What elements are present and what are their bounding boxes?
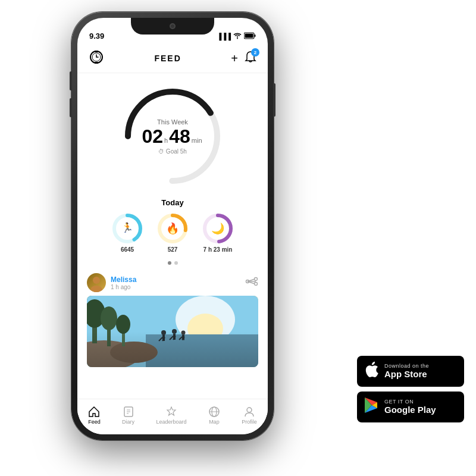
svg-rect-6: [95, 51, 98, 52]
svg-text:🔥: 🔥: [166, 222, 180, 235]
today-metrics: 🏃 6645 🔥 527: [87, 213, 258, 253]
svg-point-23: [255, 283, 258, 286]
user-info: Melissa 1 h ago: [111, 275, 136, 290]
dot-1: [168, 261, 171, 265]
notification-bell[interactable]: 2: [244, 51, 257, 66]
svg-point-0: [237, 38, 238, 39]
add-button[interactable]: +: [231, 52, 238, 65]
sleep-metric[interactable]: 🌙 7 h 23 min: [202, 213, 233, 253]
wifi-icon: [233, 32, 242, 40]
dot-2: [174, 261, 178, 265]
nav-map[interactable]: Map: [208, 406, 220, 425]
weekly-ring: This Week 02 h 48 min ⏱ Goal 5h: [119, 83, 226, 190]
ring-center: This Week 02 h 48 min ⏱ Goal 5h: [142, 118, 203, 155]
page-dots: [77, 261, 268, 265]
phone-screen: 9.39 ▐▐▐: [77, 18, 268, 434]
minutes-unit: min: [192, 137, 202, 144]
svg-rect-7: [95, 62, 98, 64]
notch: [131, 18, 214, 35]
calories-value: 527: [168, 246, 178, 253]
store-buttons: Download on the App Store GET IT ON Goog…: [357, 356, 464, 422]
app-store-sub: Download on the: [384, 363, 429, 369]
notification-badge: 2: [251, 48, 259, 57]
camera: [170, 23, 176, 29]
apple-icon: [364, 361, 378, 381]
post-user: Melissa 1 h ago: [87, 273, 136, 292]
weekly-goal: ⏱ Goal 5h: [142, 148, 203, 155]
svg-rect-3: [245, 34, 253, 38]
svg-rect-2: [255, 35, 256, 37]
app-store-name: App Store: [384, 369, 429, 380]
post-header: Melissa 1 h ago: [87, 273, 258, 292]
weekly-minutes: 48: [169, 127, 190, 146]
app-store-text: Download on the App Store: [384, 363, 429, 380]
post-time: 1 h ago: [111, 284, 136, 290]
watch-icon[interactable]: [88, 49, 105, 68]
feed-section: Melissa 1 h ago: [77, 268, 268, 369]
google-play-text: GET IT ON Google Play: [384, 399, 436, 415]
nav-leaderboard[interactable]: Leaderboard: [156, 406, 186, 425]
svg-text:🌙: 🌙: [211, 222, 225, 235]
weekly-section: This Week 02 h 48 min ⏱ Goal 5h: [77, 73, 268, 195]
status-icons: ▐▐▐: [217, 32, 256, 40]
signal-icon: ▐▐▐: [217, 33, 231, 40]
status-time: 9.39: [89, 32, 104, 40]
weekly-label: This Week: [142, 118, 203, 126]
feed-title: FEED: [154, 54, 181, 63]
nav-profile-label: Profile: [242, 419, 257, 425]
post-image[interactable]: [87, 296, 258, 367]
header-actions: + 2: [231, 51, 257, 66]
hours-unit: h: [164, 137, 168, 144]
post-image-overlay: [87, 331, 258, 367]
nav-map-label: Map: [209, 419, 220, 425]
battery-icon: [244, 32, 256, 40]
nav-feed[interactable]: Feed: [88, 406, 101, 425]
weekly-hours: 02: [142, 127, 163, 146]
nav-feed-label: Feed: [88, 419, 101, 425]
svg-text:🏃: 🏃: [121, 222, 133, 233]
nav-profile[interactable]: Profile: [242, 406, 257, 425]
nav-leaderboard-label: Leaderboard: [156, 419, 186, 425]
app-store-button[interactable]: Download on the App Store: [357, 356, 464, 387]
weekly-time: 02 h 48 min: [142, 127, 203, 146]
sleep-value: 7 h 23 min: [203, 246, 233, 253]
share-icon[interactable]: [245, 275, 258, 290]
phone-frame: 9.39 ▐▐▐: [71, 12, 274, 440]
google-play-sub: GET IT ON: [384, 399, 436, 405]
svg-point-22: [255, 278, 258, 281]
svg-point-20: [90, 286, 102, 292]
app-content: FEED + 2: [77, 44, 268, 434]
svg-point-33: [101, 306, 117, 330]
bottom-nav: Feed Diary Leaderboard: [77, 399, 268, 434]
google-play-icon: [364, 397, 378, 417]
google-play-button[interactable]: GET IT ON Google Play: [357, 392, 464, 422]
steps-value: 6645: [121, 246, 134, 253]
calories-metric[interactable]: 🔥 527: [157, 213, 188, 253]
user-avatar[interactable]: [87, 273, 106, 292]
steps-metric[interactable]: 🏃 6645: [112, 213, 143, 253]
svg-point-49: [247, 408, 252, 412]
nav-diary-label: Diary: [122, 419, 134, 425]
post-username[interactable]: Melissa: [111, 275, 136, 284]
svg-point-19: [93, 277, 100, 284]
nav-diary[interactable]: Diary: [122, 406, 134, 425]
google-play-name: Google Play: [384, 405, 436, 415]
